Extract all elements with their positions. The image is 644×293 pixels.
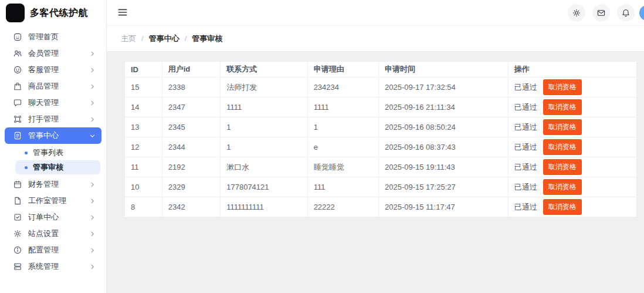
home-icon: [13, 32, 22, 42]
cancel-qualification-button[interactable]: 取消资格: [543, 79, 582, 95]
cell-apply-time: 2025-09-15 19:11:43: [378, 157, 508, 177]
sidebar-item[interactable]: 聊天管理: [5, 95, 101, 111]
table-row: 12 2344 1 e 2025-09-16 08:37:43 已通过 取消资格: [125, 137, 637, 157]
bell-icon: [621, 8, 631, 18]
cell-operation: 已通过 取消资格: [508, 157, 636, 177]
status-badge: 已通过: [514, 142, 537, 153]
table-body: 15 2338 法师打发 234234 2025-09-17 17:32:54 …: [125, 78, 637, 217]
steward-audit-table-card: ID用户id联系方式申请理由申请时间操作 15 2338 法师打发 234234…: [124, 61, 637, 217]
table-row: 13 2345 1 1 2025-09-16 08:50:24 已通过 取消资格: [125, 117, 637, 137]
cell-id: 15: [125, 78, 162, 97]
sidebar-item[interactable]: 工作室管理: [5, 193, 101, 209]
cell-id: 8: [125, 197, 162, 217]
cell-user-id: 2329: [162, 177, 221, 197]
sidebar-item[interactable]: 订单中心: [5, 209, 101, 225]
sidebar-item[interactable]: 打手管理: [5, 111, 101, 127]
status-badge: 已通过: [514, 122, 537, 133]
cancel-qualification-button[interactable]: 取消资格: [543, 119, 582, 135]
cancel-qualification-button[interactable]: 取消资格: [543, 199, 582, 215]
cell-contact: 法师打发: [221, 78, 307, 97]
sidebar-item[interactable]: 站点设置: [5, 225, 101, 242]
chevron-right-icon: [89, 214, 96, 221]
messages-button[interactable]: [592, 4, 610, 22]
table-row: 8 2342 1111111111 22222 2025-09-15 11:17…: [125, 197, 637, 217]
cell-id: 14: [125, 97, 162, 117]
sidebar-subitem[interactable]: 管事审核: [15, 160, 100, 174]
breadcrumb-separator: /: [185, 34, 187, 43]
status-badge: 已通过: [514, 162, 537, 173]
column-header: 用户id: [162, 62, 221, 78]
cell-contact: 1778074121: [221, 177, 307, 197]
theme-toggle-button[interactable]: [568, 4, 585, 22]
cell-id: 11: [125, 157, 162, 177]
cell-operation: 已通过 取消资格: [508, 177, 636, 197]
sidebar-subitem[interactable]: 管事列表: [15, 146, 100, 160]
sidebar-item[interactable]: 管事中心: [5, 127, 101, 144]
sidebar-item[interactable]: 配置管理: [5, 242, 101, 258]
sidebar-item[interactable]: 商品管理: [5, 78, 101, 95]
notifications-button[interactable]: [617, 4, 635, 22]
studio-icon: [13, 196, 22, 206]
sidebar-collapse-button[interactable]: [116, 6, 129, 19]
cell-operation: 已通过 取消资格: [508, 78, 636, 97]
customer-service-icon: [13, 65, 22, 75]
cancel-qualification-button[interactable]: 取消资格: [543, 159, 582, 175]
app-window: 多客代练护航 管理首页 会员管理 客服管理 商品管理 聊天管理 打手管理 管事中…: [0, 0, 644, 293]
finance-icon: [13, 180, 22, 189]
cell-contact: 漱口水: [221, 157, 307, 177]
sidebar-item-label: 客服管理: [28, 65, 89, 75]
table-header-row: ID用户id联系方式申请理由申请时间操作: [125, 62, 637, 78]
breadcrumb-item[interactable]: 主页: [121, 33, 136, 44]
cell-apply-time: 2025-09-17 17:32:54: [378, 78, 508, 97]
chevron-right-icon: [89, 83, 96, 90]
cell-reason: 1111: [307, 97, 378, 117]
table-row: 15 2338 法师打发 234234 2025-09-17 17:32:54 …: [125, 78, 637, 97]
sidebar-item[interactable]: 系统管理: [5, 258, 101, 275]
cell-operation: 已通过 取消资格: [508, 117, 636, 137]
steward-icon: [13, 131, 22, 140]
chevron-right-icon: [89, 264, 96, 270]
music-note-logo-icon: [6, 4, 25, 22]
steward-audit-table: ID用户id联系方式申请理由申请时间操作 15 2338 法师打发 234234…: [124, 61, 637, 217]
cell-apply-time: 2025-09-15 17:25:27: [378, 177, 508, 197]
order-icon: [13, 213, 22, 222]
chevron-right-icon: [89, 67, 96, 73]
cell-operation: 已通过 取消资格: [508, 197, 636, 217]
cell-contact: 1: [221, 117, 307, 137]
cell-reason: e: [307, 137, 378, 157]
status-badge: 已通过: [514, 102, 537, 113]
cancel-qualification-button[interactable]: 取消资格: [543, 179, 582, 195]
hamburger-icon: [117, 6, 128, 18]
sidebar-item-label: 订单中心: [28, 212, 89, 223]
cancel-qualification-button[interactable]: 取消资格: [543, 99, 582, 115]
app-title: 多客代练护航: [30, 7, 88, 19]
chevron-right-icon: [89, 231, 96, 237]
chevron-down-icon: [89, 133, 96, 139]
cell-user-id: 2345: [162, 117, 221, 137]
cell-user-id: 2192: [162, 157, 221, 177]
sidebar-item[interactable]: 财务管理: [5, 176, 101, 193]
cancel-qualification-button[interactable]: 取消资格: [543, 139, 582, 155]
column-header: 申请时间: [378, 62, 508, 78]
config-icon: [13, 245, 22, 255]
sidebar-item-label: 工作室管理: [28, 196, 89, 206]
breadcrumb-item[interactable]: 管事中心: [149, 33, 179, 44]
sidebar-item[interactable]: 会员管理: [5, 45, 101, 62]
chevron-right-icon: [89, 198, 96, 204]
cell-contact: 1111111111: [221, 197, 307, 217]
cell-user-id: 2344: [162, 137, 221, 157]
table-row: 11 2192 漱口水 睡觉睡觉 2025-09-15 19:11:43 已通过…: [125, 157, 637, 177]
cell-reason: 1: [307, 117, 378, 137]
chevron-right-icon: [89, 50, 96, 57]
sidebar-submenu: 管事列表 管事审核: [4, 144, 103, 176]
sidebar-item[interactable]: 管理首页: [5, 29, 101, 45]
status-badge: 已通过: [514, 182, 537, 193]
cell-id: 13: [125, 117, 162, 137]
booster-icon: [13, 114, 22, 124]
sidebar-item[interactable]: 客服管理: [5, 62, 101, 78]
column-header: 申请理由: [307, 62, 378, 78]
cell-operation: 已通过 取消资格: [508, 137, 636, 157]
column-header: 操作: [508, 62, 636, 78]
bullet-dot-icon: [25, 151, 28, 154]
sidebar-item-label: 站点设置: [28, 228, 89, 239]
